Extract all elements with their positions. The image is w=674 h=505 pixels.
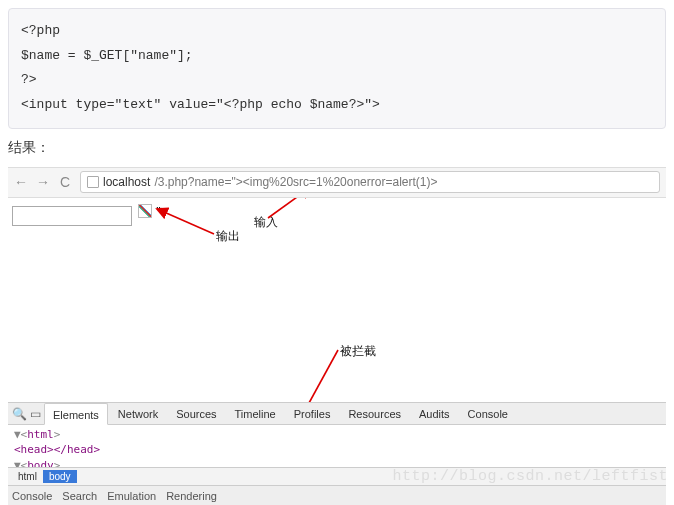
tab-resources[interactable]: Resources <box>340 403 409 425</box>
drawer-search[interactable]: Search <box>62 490 97 502</box>
watermark: http://blog.csdn.net/leftfist <box>392 468 668 485</box>
tab-console[interactable]: Console <box>460 403 516 425</box>
svg-line-1 <box>164 212 214 234</box>
devtools-drawer-tabs: Console Search Emulation Rendering <box>8 485 666 505</box>
drawer-rendering[interactable]: Rendering <box>166 490 217 502</box>
tab-sources[interactable]: Sources <box>168 403 224 425</box>
browser-toolbar: ← → C localhost/3.php?name="><img%20src=… <box>8 168 666 198</box>
tab-elements[interactable]: Elements <box>44 403 108 425</box>
drawer-console[interactable]: Console <box>12 490 52 502</box>
tab-profiles[interactable]: Profiles <box>286 403 339 425</box>
result-label: 结果： <box>8 139 666 157</box>
elements-tree[interactable]: ▼<html> <head></head> ▼<body> <input typ… <box>8 425 666 467</box>
php-code-block: <?php $name = $_GET["name"]; ?> <input t… <box>8 8 666 129</box>
device-icon[interactable]: ▭ <box>28 407 42 421</box>
page-icon <box>87 176 99 188</box>
url-path: /3.php?name="><img%20src=1%20onerror=ale… <box>154 175 437 189</box>
url-host: localhost <box>103 175 150 189</box>
annotation-output: 输出 <box>216 228 240 245</box>
broken-image-icon <box>138 204 152 218</box>
devtools-tabs: 🔍 ▭ Elements Network Sources Timeline Pr… <box>8 403 666 425</box>
annotation-blocked: 被拦截 <box>340 343 376 360</box>
text-input[interactable] <box>12 206 132 226</box>
page-content: "> 输入 输出 被拦截 <box>8 198 666 398</box>
crumb-html[interactable]: html <box>12 470 43 483</box>
tab-audits[interactable]: Audits <box>411 403 458 425</box>
devtools-panel: 🔍 ▭ Elements Network Sources Timeline Pr… <box>8 402 666 505</box>
tab-network[interactable]: Network <box>110 403 166 425</box>
search-icon[interactable]: 🔍 <box>12 407 26 421</box>
back-button[interactable]: ← <box>14 174 28 190</box>
forward-button[interactable]: → <box>36 174 50 190</box>
browser-window: ← → C localhost/3.php?name="><img%20src=… <box>8 167 666 398</box>
crumb-body[interactable]: body <box>43 470 77 483</box>
tab-timeline[interactable]: Timeline <box>227 403 284 425</box>
reload-button[interactable]: C <box>58 174 72 190</box>
annotation-input: 输入 <box>254 214 278 231</box>
stray-output-text: "> <box>156 204 168 219</box>
drawer-emulation[interactable]: Emulation <box>107 490 156 502</box>
address-bar[interactable]: localhost/3.php?name="><img%20src=1%20on… <box>80 171 660 193</box>
